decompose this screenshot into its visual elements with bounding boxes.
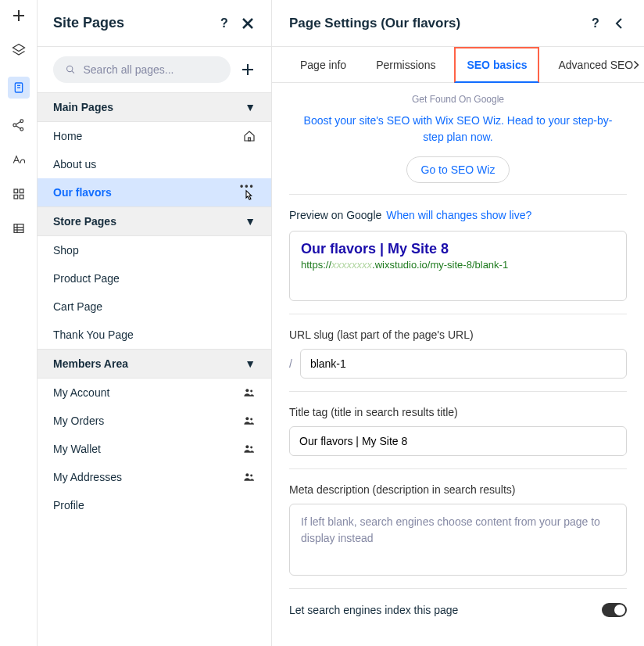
store-pages-section[interactable]: Store Pages ▼ xyxy=(38,206,271,236)
page-label: My Addresses xyxy=(53,471,122,483)
svg-marker-2 xyxy=(13,45,24,52)
page-label: Thank You Page xyxy=(53,328,134,341)
add-page-button[interactable] xyxy=(240,62,256,77)
preview-title: Our flavors | My Site 8 xyxy=(301,241,615,257)
page-label: Product Page xyxy=(53,272,120,285)
add-icon[interactable] xyxy=(11,8,27,23)
members-icon xyxy=(243,416,256,425)
svg-point-30 xyxy=(250,418,252,421)
page-item-my-orders[interactable]: My Orders xyxy=(38,407,271,435)
main-pages-section[interactable]: Main Pages ▼ xyxy=(38,92,271,122)
svg-rect-14 xyxy=(14,195,18,199)
svg-rect-12 xyxy=(14,189,18,193)
google-preview: Our flavors | My Site 8 https://xxxxxxxx… xyxy=(289,231,627,301)
page-item-product[interactable]: Product Page xyxy=(38,264,271,292)
settings-title: Page Settings (Our flavors) xyxy=(289,16,580,31)
page-label: Cart Page xyxy=(53,300,102,313)
page-item-my-account[interactable]: My Account xyxy=(38,379,271,407)
search-input-wrap[interactable] xyxy=(53,56,231,83)
home-icon xyxy=(243,130,256,142)
slug-prefix: / xyxy=(289,357,292,370)
svg-line-10 xyxy=(16,126,20,129)
connections-icon[interactable] xyxy=(11,117,27,133)
caret-down-icon: ▼ xyxy=(245,357,256,370)
page-item-home[interactable]: Home xyxy=(38,122,271,150)
help-icon[interactable]: ? xyxy=(588,16,603,31)
members-icon xyxy=(243,472,256,482)
page-item-profile[interactable]: Profile xyxy=(38,491,271,519)
title-tag-label: Title tag (title in search results title… xyxy=(289,406,627,418)
svg-line-9 xyxy=(16,122,20,125)
svg-point-31 xyxy=(245,445,249,448)
page-actions-icon[interactable]: ••• xyxy=(238,181,256,204)
members-icon xyxy=(243,444,256,454)
svg-point-34 xyxy=(250,475,252,477)
settings-tabs: Page info Permissions SEO basics Advance… xyxy=(272,47,644,83)
page-settings-panel: Page Settings (Our flavors) ? Page info … xyxy=(272,0,644,646)
index-toggle[interactable] xyxy=(602,603,627,617)
svg-rect-13 xyxy=(20,189,23,193)
help-icon[interactable]: ? xyxy=(216,16,232,31)
tab-advanced-seo[interactable]: Advanced SEO xyxy=(547,47,644,82)
svg-line-23 xyxy=(72,71,74,74)
tabs-scroll-right-icon[interactable] xyxy=(633,59,639,70)
close-icon[interactable] xyxy=(240,16,256,31)
go-to-seo-wiz-button[interactable]: Go to SEO Wiz xyxy=(406,156,510,183)
page-item-our-flavors[interactable]: Our flavors ••• xyxy=(38,178,271,206)
caret-down-icon: ▼ xyxy=(245,101,256,113)
svg-point-32 xyxy=(250,447,252,449)
tool-rail xyxy=(0,0,38,646)
page-label: About us xyxy=(53,158,96,170)
preview-url: https://xxxxxxxx.wixstudio.io/my-site-8/… xyxy=(301,259,615,271)
page-label: Shop xyxy=(53,244,79,257)
page-item-cart[interactable]: Cart Page xyxy=(38,292,271,321)
page-label: Profile xyxy=(53,499,84,511)
page-item-thank-you[interactable]: Thank You Page xyxy=(38,321,271,349)
members-area-section[interactable]: Members Area ▼ xyxy=(38,349,271,379)
meta-description-input[interactable]: If left blank, search engines choose con… xyxy=(289,504,627,576)
tab-seo-basics[interactable]: SEO basics xyxy=(454,47,539,83)
pointer-cursor-icon xyxy=(242,188,254,204)
svg-point-27 xyxy=(245,389,249,392)
svg-rect-16 xyxy=(14,224,23,233)
preview-label: Preview on Google xyxy=(289,209,381,221)
apps-icon[interactable] xyxy=(11,186,27,202)
page-item-about[interactable]: About us xyxy=(38,150,271,178)
search-input[interactable] xyxy=(82,63,219,77)
layers-icon[interactable] xyxy=(11,42,27,58)
seo-subhead: Get Found On Google xyxy=(289,94,627,105)
svg-point-28 xyxy=(250,390,252,393)
search-icon xyxy=(66,64,76,75)
page-label: My Account xyxy=(53,386,109,399)
pages-title: Site Pages xyxy=(53,15,209,31)
section-label: Main Pages xyxy=(53,101,113,113)
section-label: Members Area xyxy=(53,357,128,370)
page-label: My Wallet xyxy=(53,443,101,455)
url-slug-label: URL slug (last part of the page's URL) xyxy=(289,328,627,341)
meta-description-label: Meta description (description in search … xyxy=(289,483,627,496)
svg-point-29 xyxy=(245,417,249,420)
table-icon[interactable] xyxy=(11,221,27,236)
svg-point-33 xyxy=(245,473,249,476)
site-pages-panel: Site Pages ? Main Pages ▼ Home xyxy=(38,0,272,646)
page-label: Home xyxy=(53,130,82,142)
index-toggle-label: Let search engines index this page xyxy=(289,604,458,616)
page-item-my-addresses[interactable]: My Addresses xyxy=(38,463,271,491)
back-icon[interactable] xyxy=(611,16,627,31)
svg-point-22 xyxy=(67,66,73,71)
page-label: Our flavors xyxy=(53,186,112,199)
page-label: My Orders xyxy=(53,415,104,427)
svg-rect-15 xyxy=(20,195,23,199)
seo-intro-text: Boost your site's SEO with Wix SEO Wiz. … xyxy=(297,113,619,145)
page-item-my-wallet[interactable]: My Wallet xyxy=(38,435,271,463)
title-tag-input[interactable] xyxy=(289,426,627,456)
preview-when-live-link[interactable]: When will changes show live? xyxy=(386,209,531,221)
typography-icon[interactable] xyxy=(11,152,27,167)
tab-page-info[interactable]: Page info xyxy=(289,47,357,82)
tab-permissions[interactable]: Permissions xyxy=(365,47,446,82)
pages-icon[interactable] xyxy=(8,77,30,99)
url-slug-input[interactable] xyxy=(300,349,627,379)
svg-rect-26 xyxy=(249,138,251,141)
page-item-shop[interactable]: Shop xyxy=(38,236,271,264)
caret-down-icon: ▼ xyxy=(245,215,256,228)
